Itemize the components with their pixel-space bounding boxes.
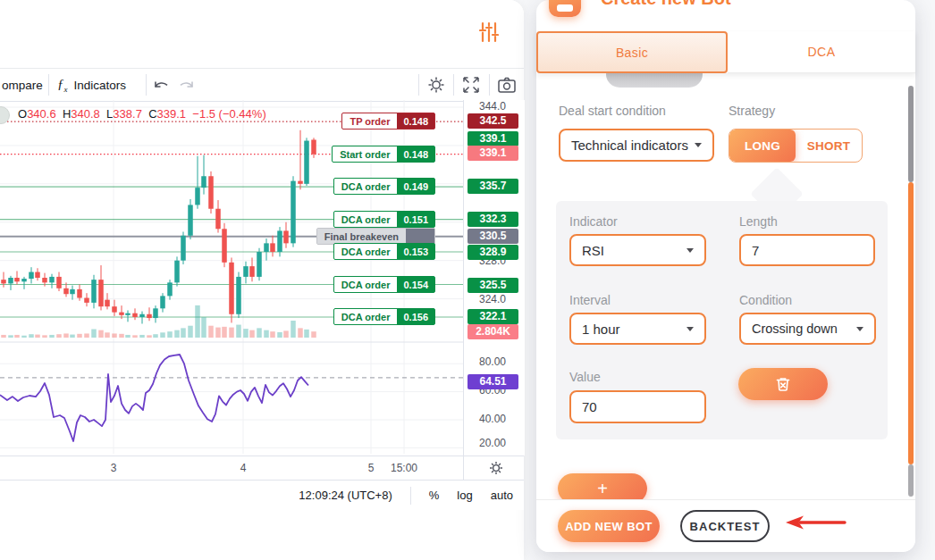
price-badge: 328.9 <box>468 245 518 260</box>
chevron-down-icon <box>687 327 694 331</box>
add-new-bot-button[interactable]: ADD NEW BOT <box>558 510 660 542</box>
chart-bottom-bar: 12:09:24 (UTC+8) % log auto <box>0 480 524 510</box>
auto-scale-button[interactable]: auto <box>491 489 513 502</box>
interval-label: Interval <box>569 293 611 307</box>
order-label-breakeven[interactable]: Final breakeven <box>316 228 435 245</box>
price-badge: 64.51 <box>468 374 518 389</box>
backtest-button[interactable]: BACKTEST <box>680 510 770 542</box>
ohlc-readout: O340.6 H340.8 L338.7 C339.1 −1.5 (−0.44%… <box>18 107 266 121</box>
tab-dca[interactable]: DCA <box>728 31 915 73</box>
value-label: Value <box>569 370 601 384</box>
trash-icon <box>775 376 791 392</box>
time-axis-label: 15:00 <box>384 462 424 474</box>
fullscreen-icon[interactable] <box>461 69 481 101</box>
deal-start-condition-label: Deal start condition <box>559 104 666 118</box>
order-label-start[interactable]: Start order0.148 <box>332 146 435 163</box>
time-axis-label: 4 <box>223 462 263 474</box>
deal-start-condition-select[interactable]: Technical indicators <box>559 129 714 162</box>
tab-bar: Basic DCA <box>536 31 915 73</box>
bot-icon <box>549 0 581 17</box>
chevron-down-icon <box>695 143 702 147</box>
scrollbar-thumb[interactable] <box>908 182 914 464</box>
time-axis-label: 3 <box>94 462 133 474</box>
panel-title: Create new Bot <box>601 0 731 9</box>
interval-select[interactable]: 1 hour <box>569 313 706 345</box>
delete-condition-button[interactable] <box>738 368 828 400</box>
condition-label: Condition <box>739 293 792 307</box>
chart-panel: ompare ƒx Indicators <box>0 0 524 560</box>
price-badge: 332.3 <box>468 212 518 227</box>
strategy-long-button[interactable]: LONG <box>729 130 796 162</box>
create-bot-panel: Create new Bot Basic DCA Deal start cond… <box>536 0 915 552</box>
axis-settings-icon[interactable] <box>488 460 504 476</box>
condition-select[interactable]: Crossing down <box>739 313 876 345</box>
axis-label: 324.0 <box>464 293 521 305</box>
length-label: Length <box>739 214 778 229</box>
axis-label: 40.00 <box>464 413 521 425</box>
tab-basic[interactable]: Basic <box>536 31 728 73</box>
price-badge: 339.1 <box>468 131 518 146</box>
chevron-down-icon <box>687 248 694 253</box>
value-input[interactable] <box>569 390 706 423</box>
log-scale-button[interactable]: log <box>457 489 472 502</box>
order-label-tp[interactable]: TP order0.148 <box>341 113 435 130</box>
adjustments-sliders-icon[interactable] <box>479 21 499 44</box>
camera-snapshot-icon[interactable] <box>497 69 517 101</box>
indicator-select[interactable]: RSI <box>569 234 706 266</box>
percent-scale-button[interactable]: % <box>429 489 440 502</box>
clock-label: 12:09:24 (UTC+8) <box>299 489 392 502</box>
price-badge: 322.1 <box>468 309 518 324</box>
indicator-label: Indicator <box>569 214 618 229</box>
axis-label: 80.00 <box>464 355 521 368</box>
chevron-down-icon <box>856 327 863 331</box>
strategy-label: Strategy <box>729 104 775 118</box>
screenshot-root: ompare ƒx Indicators <box>0 0 935 560</box>
scrollbar-track-top[interactable] <box>908 86 914 182</box>
order-label-dca[interactable]: DCA order0.149 <box>333 178 435 195</box>
annotation-arrow-icon <box>783 514 847 531</box>
axis-label: 20.00 <box>464 437 521 449</box>
order-label-dca[interactable]: DCA order0.153 <box>333 243 435 260</box>
panel-footer: ADD NEW BOT BACKTEST <box>536 499 915 552</box>
scrollbar-track-bottom[interactable] <box>908 464 914 497</box>
price-badge: 330.5 <box>468 229 518 244</box>
chart-plot-area[interactable]: O340.6 H340.8 L338.7 C339.1 −1.5 (−0.44%… <box>0 100 463 456</box>
price-axis[interactable]: 344.0328.0324.080.0060.0040.0020.00342.5… <box>463 100 525 456</box>
time-axis[interactable]: 34515:00 <box>0 456 524 481</box>
order-label-dca[interactable]: DCA order0.151 <box>333 211 435 228</box>
strategy-toggle: LONG SHORT <box>729 129 863 163</box>
order-label-dca[interactable]: DCA order0.156 <box>333 308 435 325</box>
axis-label: 344.0 <box>464 100 521 113</box>
price-badge: 339.1 <box>468 146 518 161</box>
length-input[interactable] <box>739 234 875 266</box>
price-badge: 2.804K <box>468 324 518 339</box>
strategy-short-button[interactable]: SHORT <box>796 130 862 162</box>
price-badge: 325.5 <box>468 278 518 293</box>
order-label-dca[interactable]: DCA order0.154 <box>333 276 435 293</box>
price-badge: 342.5 <box>468 113 518 129</box>
price-badge: 335.7 <box>468 179 518 194</box>
